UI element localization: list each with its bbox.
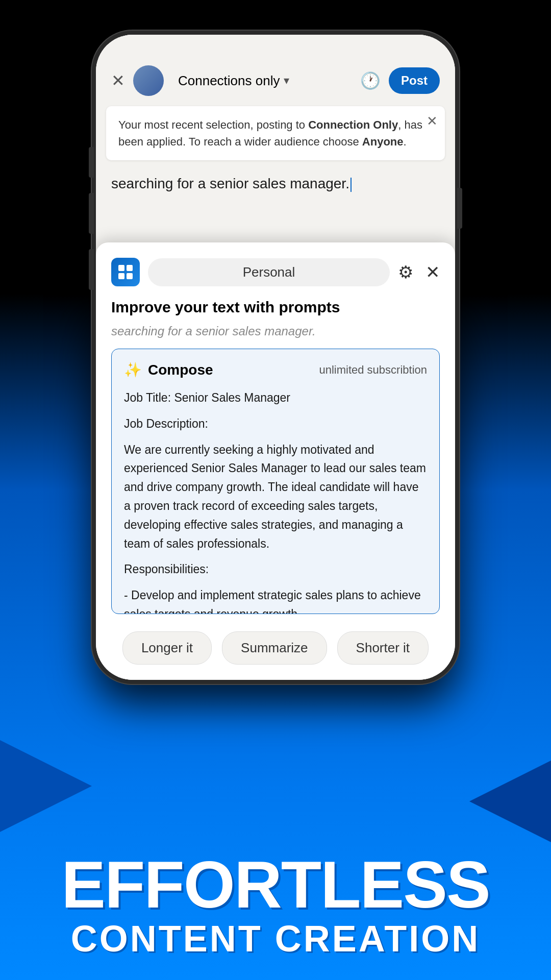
personal-tab[interactable]: Personal: [148, 258, 390, 286]
responsibilities-label: Responsibilities:: [124, 560, 427, 579]
avatar: [133, 65, 164, 96]
compose-content: Job Title: Senior Sales Manager Job Desc…: [124, 388, 427, 614]
shorter-it-button[interactable]: Shorter it: [337, 631, 429, 665]
post-button[interactable]: Post: [389, 67, 440, 94]
modal-preview-text: searching for a senior sales manager.: [111, 324, 440, 338]
modal-close-icon[interactable]: ✕: [425, 262, 440, 282]
job-title: Job Title: Senior Sales Manager: [124, 388, 427, 407]
modal-header: Personal ⚙ ✕: [111, 258, 440, 286]
longer-it-button[interactable]: Longer it: [122, 631, 212, 665]
post-text-area[interactable]: searching for a senior sales manager.: [96, 160, 455, 207]
subscription-badge: unlimited subscribtion: [319, 363, 427, 377]
clock-icon[interactable]: 🕐: [360, 71, 381, 90]
settings-icon[interactable]: ⚙: [398, 262, 413, 282]
ai-logo-icon: [111, 258, 140, 286]
post-text-content: searching for a senior sales manager.: [111, 176, 349, 191]
compose-left: ✨ Compose: [124, 361, 213, 378]
phone-power-button: [457, 188, 462, 229]
phone-frame-wrapper: ✕ Connections only ▾ 🕐 Post Your most re…: [92, 31, 459, 684]
svg-rect-0: [118, 265, 124, 271]
phone-screen: ✕ Connections only ▾ 🕐 Post Your most re…: [96, 35, 455, 680]
phone-volume-up-button: [89, 193, 94, 234]
action-buttons: Longer it Summarize Shorter it: [111, 626, 440, 665]
linkedin-app: ✕ Connections only ▾ 🕐 Post Your most re…: [96, 35, 455, 680]
magic-wand-icon: ✨: [124, 361, 142, 378]
compose-header: ✨ Compose unlimited subscribtion: [124, 361, 427, 378]
job-description-body: We are currently seeking a highly motiva…: [124, 440, 427, 553]
ai-modal: Personal ⚙ ✕ Improve your text with prom…: [96, 242, 455, 680]
compose-box: ✨ Compose unlimited subscribtion Job Tit…: [111, 349, 440, 614]
text-cursor: [350, 178, 352, 192]
banner-text-before: Your most recent selection, posting to: [118, 118, 308, 131]
connections-only-button[interactable]: Connections only ▾: [172, 69, 295, 93]
banner-bold-1: Connection Only: [308, 118, 398, 131]
close-icon[interactable]: ✕: [111, 71, 125, 90]
job-description-label: Job Description:: [124, 414, 427, 433]
bottom-text-section: EFFORTLESS CONTENT CREATION: [0, 851, 551, 960]
banner-close-icon[interactable]: ✕: [427, 113, 438, 129]
svg-rect-1: [118, 273, 124, 279]
svg-rect-3: [127, 273, 133, 279]
effortless-title: EFFORTLESS: [0, 851, 551, 918]
svg-rect-2: [127, 265, 133, 271]
modal-title: Improve your text with prompts: [111, 299, 440, 316]
bullet-1: - Develop and implement strategic sales …: [124, 586, 427, 614]
phone-mute-button: [89, 147, 94, 178]
summarize-button[interactable]: Summarize: [222, 631, 327, 665]
connection-banner: Your most recent selection, posting to C…: [106, 106, 445, 160]
banner-text: Your most recent selection, posting to C…: [118, 116, 433, 150]
chevron-down-icon: ▾: [284, 74, 289, 87]
banner-text-end: .: [404, 135, 407, 148]
app-topbar: ✕ Connections only ▾ 🕐 Post: [96, 35, 455, 106]
phone-volume-down-button: [89, 249, 94, 290]
connections-label: Connections only: [178, 73, 280, 89]
content-creation-subtitle: CONTENT CREATION: [0, 918, 551, 960]
banner-bold-2: Anyone: [362, 135, 404, 148]
compose-label: Compose: [148, 362, 213, 378]
